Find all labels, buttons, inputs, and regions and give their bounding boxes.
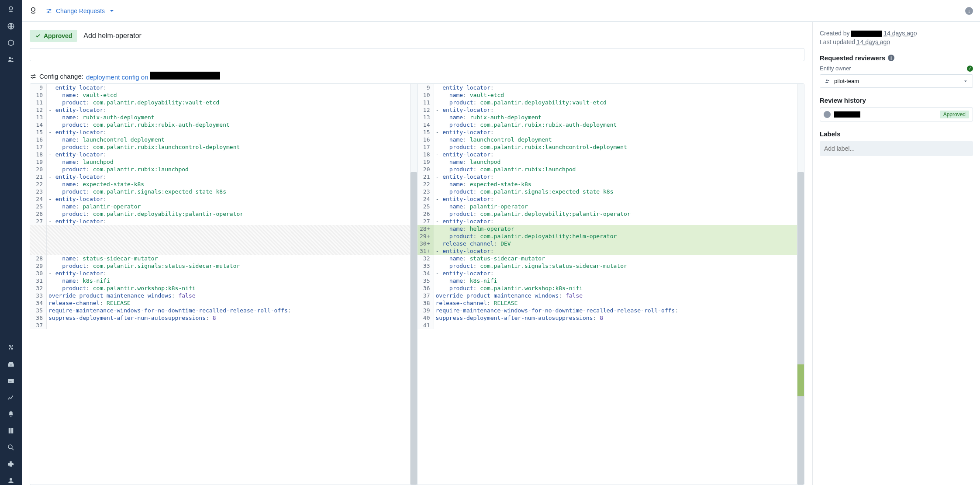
diff-line[interactable]: 33 product: com.palantir.signals:status-… <box>418 262 804 270</box>
diff-line[interactable]: 19 name: launchpod <box>418 158 804 166</box>
updated-ago[interactable]: 14 days ago <box>857 38 890 45</box>
diff-line[interactable]: 21- entity-locator: <box>418 173 804 180</box>
review-history-item[interactable]: Approved <box>820 107 973 121</box>
diff-line[interactable]: 29 product: com.palantir.signals:status-… <box>30 262 417 270</box>
diff-line[interactable]: 12- entity-locator: <box>30 106 417 114</box>
diff-line[interactable]: 40suppress-deployment-after-num-autosupp… <box>418 314 804 322</box>
diff-line[interactable]: 22 name: expected-state-k8s <box>418 180 804 188</box>
app-logo-icon[interactable] <box>29 7 38 15</box>
diff-line[interactable]: 30+ release-channel: DEV <box>418 240 804 247</box>
diff-line[interactable]: 34- entity-locator: <box>418 270 804 277</box>
info-icon[interactable]: i <box>888 55 894 61</box>
diff-line[interactable]: 32 product: com.palantir.workshop:k8s-ni… <box>30 284 417 292</box>
diff-pane-right[interactable]: 9- entity-locator:10 name: vault-etcd11 … <box>418 84 804 485</box>
search-input[interactable] <box>30 48 804 61</box>
diff-line[interactable]: 36 product: com.palantir.workshop:k8s-ni… <box>418 284 804 292</box>
download-icon[interactable]: ↓ <box>965 7 973 15</box>
rail-search-icon[interactable] <box>7 443 15 452</box>
rail-book-icon[interactable] <box>7 426 15 435</box>
diff-line[interactable]: 37 <box>30 322 417 329</box>
diff-line[interactable]: 13 name: rubix-auth-deployment <box>418 114 804 121</box>
diff-line[interactable]: 27- entity-locator: <box>30 218 417 225</box>
diff-line[interactable]: 27- entity-locator: <box>418 218 804 225</box>
diff-line[interactable]: 33override-product-maintenance-windows: … <box>30 292 417 299</box>
diff-line[interactable]: 31 name: k8s-nifi <box>30 277 417 284</box>
diff-line[interactable]: 20 product: com.palantir.rubix:launchpod <box>418 166 804 173</box>
diff-line[interactable]: 34release-channel: RELEASE <box>30 299 417 307</box>
diff-line[interactable]: 32 name: status-sidecar-mutator <box>418 255 804 262</box>
diff-line[interactable] <box>30 232 417 240</box>
diff-line[interactable]: 21- entity-locator: <box>30 173 417 180</box>
rail-people-icon[interactable] <box>7 55 15 64</box>
diff-line[interactable]: 30- entity-locator: <box>30 270 417 277</box>
diff-line[interactable]: 36suppress-deployment-after-num-autosupp… <box>30 314 417 322</box>
diff-line[interactable]: 24- entity-locator: <box>30 195 417 203</box>
diff-line[interactable]: 14 product: com.palantir.rubix:rubix-aut… <box>418 121 804 128</box>
diff-line[interactable]: 17 product: com.palantir.rubix:launchcon… <box>418 143 804 151</box>
overview-ruler-left[interactable] <box>410 84 417 485</box>
diff-line[interactable]: 28 name: status-sidecar-mutator <box>30 255 417 262</box>
diff-line[interactable]: 16 name: launchcontrol-deployment <box>418 136 804 143</box>
diff-line[interactable]: 41 <box>418 322 804 329</box>
diff-line[interactable]: 35 name: k8s-nifi <box>418 277 804 284</box>
diff-line[interactable]: 25 name: palantir-operator <box>30 203 417 210</box>
entity-owner-row: Entity owner ✓ <box>820 65 973 72</box>
diff-pane-left[interactable]: 9- entity-locator:10 name: vault-etcd11 … <box>30 84 418 485</box>
diff-line[interactable]: 12- entity-locator: <box>418 106 804 114</box>
rail-globe-icon[interactable] <box>7 22 15 31</box>
diff-line[interactable]: 37override-product-maintenance-windows: … <box>418 292 804 299</box>
status-badge: Approved <box>30 30 77 42</box>
diff-line[interactable]: 26 product: com.palantir.deployability:p… <box>30 210 417 218</box>
diff-line[interactable]: 17 product: com.palantir.rubix:launchcon… <box>30 143 417 151</box>
diff-line[interactable]: 28+ name: helm-operator <box>418 225 804 232</box>
diff-line[interactable]: 15- entity-locator: <box>418 128 804 136</box>
diff-line[interactable]: 14 product: com.palantir.rubix:rubix-aut… <box>30 121 417 128</box>
diff-line[interactable]: 15- entity-locator: <box>30 128 417 136</box>
rail-logo-icon[interactable] <box>7 5 15 14</box>
diff-line[interactable]: 11 product: com.palantir.deployability:v… <box>30 99 417 106</box>
rail-chart-icon[interactable] <box>7 393 15 402</box>
diff-line[interactable]: 16 name: launchcontrol-deployment <box>30 136 417 143</box>
diff-line[interactable]: 19 name: launchpod <box>30 158 417 166</box>
nav-change-requests[interactable]: Change Requests <box>45 7 115 14</box>
diff-line[interactable]: 18- entity-locator: <box>418 151 804 158</box>
rail-user-icon[interactable] <box>7 476 15 485</box>
diff-line[interactable]: 26 product: com.palantir.deployability:p… <box>418 210 804 218</box>
diff-line[interactable]: 13 name: rubix-auth-deployment <box>30 114 417 121</box>
diff-line[interactable]: 23 product: com.palantir.signals:expecte… <box>30 188 417 195</box>
diff-line[interactable]: 18- entity-locator: <box>30 151 417 158</box>
diff-line[interactable] <box>30 225 417 232</box>
diff-line[interactable] <box>30 240 417 247</box>
rail-inbox-icon[interactable] <box>7 360 15 369</box>
diff-line[interactable]: 29+ product: com.palantir.deployability:… <box>418 232 804 240</box>
rail-cube-icon[interactable] <box>7 38 15 47</box>
created-by-row: Created by 14 days ago <box>820 30 973 37</box>
diff-line[interactable]: 31+- entity-locator: <box>418 247 804 255</box>
overview-ruler-right[interactable] <box>797 84 804 485</box>
topbar: Change Requests ↓ <box>22 0 980 22</box>
rail-gear-icon[interactable] <box>7 460 15 468</box>
rail-card-icon[interactable] <box>7 377 15 385</box>
diff-line[interactable]: 35require-maintenance-windows-for-no-dow… <box>30 307 417 314</box>
diff-line[interactable]: 10 name: vault-etcd <box>30 91 417 99</box>
created-ago[interactable]: 14 days ago <box>883 30 917 37</box>
diff-line[interactable]: 9- entity-locator: <box>30 84 417 91</box>
svg-point-11 <box>34 75 35 76</box>
entity-owner-select[interactable]: pilot-team <box>820 74 973 88</box>
add-label-input[interactable] <box>820 141 973 156</box>
diff-line[interactable]: 25 name: palantir-operator <box>418 203 804 210</box>
diff-line[interactable]: 22 name: expected-state-k8s <box>30 180 417 188</box>
diff-line[interactable]: 24- entity-locator: <box>418 195 804 203</box>
diff-line[interactable]: 20 product: com.palantir.rubix:launchpod <box>30 166 417 173</box>
diff-line[interactable]: 39require-maintenance-windows-for-no-dow… <box>418 307 804 314</box>
rail-puzzle-icon[interactable] <box>7 343 15 352</box>
diff-line[interactable]: 10 name: vault-etcd <box>418 91 804 99</box>
rail-bell-icon[interactable] <box>7 410 15 419</box>
diff-line[interactable]: 38release-channel: RELEASE <box>418 299 804 307</box>
config-change-link[interactable]: deployment config on <box>86 72 220 81</box>
svg-point-3 <box>11 58 13 59</box>
diff-line[interactable]: 11 product: com.palantir.deployability:v… <box>418 99 804 106</box>
diff-line[interactable]: 23 product: com.palantir.signals:expecte… <box>418 188 804 195</box>
diff-line[interactable]: 9- entity-locator: <box>418 84 804 91</box>
diff-line[interactable] <box>30 247 417 255</box>
